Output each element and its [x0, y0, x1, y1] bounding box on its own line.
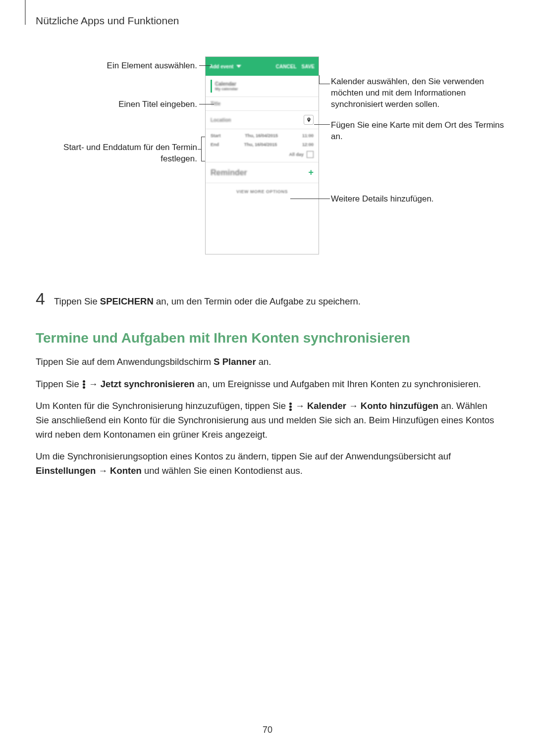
- calendar-diagram: Add event CANCEL SAVE Calendar My calend…: [36, 56, 499, 274]
- title-input[interactable]: Title: [206, 97, 319, 111]
- location-input[interactable]: Location: [206, 111, 319, 129]
- paragraph-1: Tippen Sie auf dem Anwendungsbildschirm …: [36, 355, 499, 369]
- more-options-icon: [289, 403, 292, 411]
- section-heading: Termine und Aufgaben mit Ihren Konten sy…: [36, 330, 499, 346]
- map-pin-button[interactable]: [304, 115, 314, 125]
- leader-line: [198, 149, 201, 150]
- page-number: 70: [0, 725, 535, 735]
- leader-line: [199, 104, 214, 104]
- bracket-line: [201, 137, 205, 161]
- calendar-color-bar: [211, 80, 212, 93]
- save-button[interactable]: SAVE: [302, 64, 315, 69]
- callout-choose-calendar: Kalender auswählen, den Sie verwenden mö…: [331, 76, 509, 110]
- callout-select-element: Ein Element auswählen.: [36, 60, 197, 72]
- page-margin-bar: [25, 0, 26, 25]
- step-4: 4 Tippen Sie SPEICHERN an, um den Termin…: [36, 289, 499, 308]
- more-options-icon: [83, 380, 85, 389]
- calendar-label: Calendar: [215, 81, 238, 87]
- date-time-block[interactable]: StartThu, 16/04/201511:00 EndThu, 16/04/…: [206, 129, 319, 162]
- leader-line: [290, 199, 330, 199]
- paragraph-3: Um Konten für die Synchronisierung hinzu…: [36, 399, 499, 442]
- leader-line: [319, 75, 320, 84]
- leader-line: [314, 124, 330, 125]
- map-pin-icon: [306, 116, 312, 123]
- cancel-button[interactable]: CANCEL: [276, 64, 297, 69]
- page-content: Nützliche Apps und Funktionen Add event …: [0, 0, 535, 478]
- view-more-options[interactable]: VIEW MORE OPTIONS: [206, 183, 319, 200]
- leader-line: [199, 65, 211, 66]
- leader-line: [319, 84, 330, 84]
- add-event-label[interactable]: Add event: [210, 64, 233, 69]
- phone-topbar: Add event CANCEL SAVE: [206, 57, 319, 76]
- paragraph-2: Tippen Sie → Jetzt synchronisieren an, u…: [36, 377, 499, 392]
- page-title: Nützliche Apps und Funktionen: [36, 15, 499, 27]
- phone-screenshot: Add event CANCEL SAVE Calendar My calend…: [205, 56, 319, 254]
- reminder-row[interactable]: Reminder +: [206, 162, 319, 183]
- plus-icon[interactable]: +: [308, 167, 314, 178]
- callout-enter-title: Einen Titel eingeben.: [36, 99, 197, 110]
- step-text: Tippen Sie SPEICHERN an, um den Termin o…: [54, 295, 361, 308]
- paragraph-4: Um die Synchronisierungsoption eines Kon…: [36, 450, 499, 478]
- callout-set-dates: Start- und Enddatum für den Termin festl…: [36, 142, 197, 165]
- callout-more-details: Weitere Details hinzufügen.: [331, 194, 480, 205]
- allday-checkbox[interactable]: [307, 151, 314, 158]
- calendar-sublabel: My calendar: [215, 87, 238, 91]
- step-number: 4: [36, 289, 45, 308]
- callout-add-map: Fügen Sie eine Karte mit dem Ort des Ter…: [331, 120, 509, 143]
- calendar-selector[interactable]: Calendar My calendar: [206, 76, 319, 97]
- chevron-down-icon[interactable]: [236, 65, 241, 68]
- section-body: Tippen Sie auf dem Anwendungsbildschirm …: [36, 355, 499, 478]
